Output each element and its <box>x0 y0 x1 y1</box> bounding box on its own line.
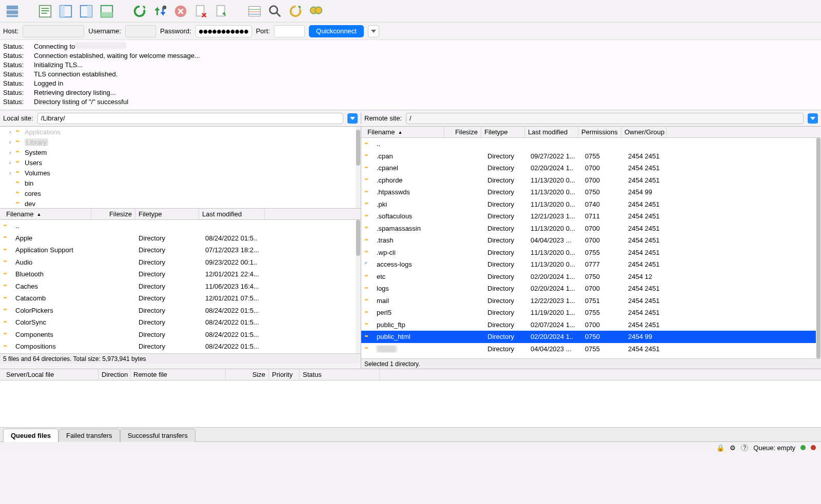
tree-item[interactable]: ›Users <box>0 157 361 168</box>
file-row[interactable]: CompositionsDirectory08/24/2022 01:5... <box>0 340 361 353</box>
col-filetype[interactable]: Filetype <box>135 209 199 219</box>
directory-listing-icon[interactable] <box>245 2 264 21</box>
file-row[interactable]: .. <box>0 220 361 232</box>
username-input[interactable] <box>125 25 156 37</box>
remote-columns: Filename▲ Filesize Filetype Last modifie… <box>361 127 821 138</box>
col-permissions[interactable]: Permissions <box>578 127 621 137</box>
lock-icon[interactable]: 🔒 <box>716 444 725 452</box>
file-row[interactable]: .pkiDirectory11/13/2020 0...07402454 245… <box>361 198 821 211</box>
toggle-queue-icon[interactable] <box>97 2 116 21</box>
col-modified[interactable]: Last modified <box>199 209 265 219</box>
col-filesize[interactable]: Filesize <box>91 209 135 219</box>
tree-item[interactable]: ›System <box>0 147 361 157</box>
process-queue-icon[interactable] <box>151 2 169 21</box>
local-site-input[interactable] <box>37 113 343 124</box>
refresh-icon[interactable] <box>130 2 149 21</box>
remote-file-list[interactable]: ...cpanDirectory09/27/2022 1...07552454 … <box>361 138 821 358</box>
file-row[interactable]: .cpanelDirectory02/20/2024 1..07002454 2… <box>361 162 821 174</box>
col-filesize[interactable]: Filesize <box>444 127 481 137</box>
col-owner[interactable]: Owner/Group <box>621 127 667 137</box>
compare-icon[interactable] <box>286 2 305 21</box>
transfer-queue[interactable] <box>0 380 821 428</box>
local-file-list[interactable]: ..AppleDirectory08/24/2022 01:5..Applica… <box>0 220 361 353</box>
port-input[interactable] <box>274 25 305 37</box>
tree-item[interactable]: ›Volumes <box>0 168 361 178</box>
col-filename[interactable]: Filename▲ <box>364 127 444 137</box>
tab-queued-files[interactable]: Queued files <box>3 429 58 442</box>
password-input[interactable] <box>196 25 252 37</box>
col-remote-file[interactable]: Remote file <box>130 369 226 380</box>
file-row[interactable]: mailDirectory12/22/2023 1...07512454 245… <box>361 295 821 307</box>
file-row[interactable]: access-logsDirectory11/13/2020 0...07772… <box>361 258 821 271</box>
quickconnect-button[interactable]: Quickconnect <box>309 25 364 37</box>
filter-icon[interactable] <box>266 2 284 21</box>
file-row[interactable]: .. <box>361 138 821 150</box>
remote-site-dropdown[interactable] <box>808 113 818 124</box>
site-manager-icon[interactable] <box>3 2 22 21</box>
tree-item[interactable]: ›Library <box>0 137 361 147</box>
file-row[interactable]: Application SupportDirectory07/12/2023 1… <box>0 244 361 256</box>
status-dot-green <box>800 445 806 450</box>
file-row[interactable]: ColorSyncDirectory08/24/2022 01:5... <box>0 316 361 329</box>
file-row[interactable]: ComponentsDirectory08/24/2022 01:5... <box>0 329 361 341</box>
remote-status: Selected 1 directory. <box>361 358 821 369</box>
file-row[interactable]: perl5Directory11/19/2020 1...07552454 24… <box>361 307 821 319</box>
toggle-local-tree-icon[interactable] <box>56 2 75 21</box>
file-row[interactable]: .softaculousDirectory12/21/2023 1...0711… <box>361 210 821 223</box>
help-icon[interactable]: ? <box>741 444 748 451</box>
file-row[interactable]: .htpasswdsDirectory11/13/2020 0...075024… <box>361 186 821 198</box>
col-priority[interactable]: Priority <box>269 369 300 380</box>
file-row[interactable]: logsDirectory02/20/2024 1...07002454 245… <box>361 283 821 295</box>
svg-rect-16 <box>217 5 225 16</box>
tree-item[interactable]: dev <box>0 198 361 209</box>
file-row[interactable]: AudioDirectory09/23/2022 00:1.. <box>0 256 361 269</box>
tree-item[interactable]: ›Applications <box>0 127 361 137</box>
col-server[interactable]: Server/Local file <box>3 369 99 380</box>
col-filetype[interactable]: Filetype <box>481 127 525 137</box>
file-row[interactable]: .spamassassinDirectory11/13/2020 0...070… <box>361 223 821 235</box>
sort-asc-icon: ▲ <box>398 130 402 135</box>
file-row[interactable]: CachesDirectory11/06/2023 16:4... <box>0 280 361 293</box>
toolbar <box>0 0 821 23</box>
file-row[interactable]: BluetoothDirectory12/01/2021 22:4... <box>0 268 361 280</box>
remote-site-input[interactable] <box>406 113 804 124</box>
disconnect-icon[interactable] <box>192 2 210 21</box>
svg-point-13 <box>163 5 167 9</box>
tab-failed-transfers[interactable]: Failed transfers <box>58 429 120 442</box>
local-tree[interactable]: ›Applications›Library›System›Users›Volum… <box>0 127 361 209</box>
file-row[interactable]: .trashDirectory04/04/2023 ...07002454 24… <box>361 234 821 247</box>
file-row[interactable]: .wp-cliDirectory11/13/2020 0...07552454 … <box>361 247 821 259</box>
col-modified[interactable]: Last modified <box>525 127 578 137</box>
host-input[interactable] <box>23 25 84 37</box>
col-size[interactable]: Size <box>226 369 269 380</box>
local-site-dropdown[interactable] <box>347 113 358 124</box>
file-row[interactable]: ColorPickersDirectory08/24/2022 01:5... <box>0 305 361 317</box>
file-row[interactable]: hiddenDirectory04/04/2023 ...07552454 24… <box>361 343 821 355</box>
settings-icon[interactable]: ⚙ <box>730 444 736 452</box>
scrollbar[interactable] <box>356 127 361 208</box>
status-bar: 🔒 ⚙ ? Queue: empty <box>0 442 821 453</box>
tab-successful-transfers[interactable]: Successful transfers <box>120 429 196 442</box>
toggle-log-icon[interactable] <box>36 2 54 21</box>
file-row[interactable]: CatacombDirectory12/01/2021 07:5... <box>0 292 361 305</box>
scrollbar[interactable] <box>356 220 361 353</box>
file-row[interactable]: public_ftpDirectory02/07/2024 1...070024… <box>361 319 821 331</box>
tree-item[interactable]: bin <box>0 178 361 188</box>
reconnect-icon[interactable] <box>212 2 231 21</box>
toggle-remote-tree-icon[interactable] <box>77 2 95 21</box>
file-row[interactable]: .cpanDirectory09/27/2022 1...07552454 24… <box>361 150 821 163</box>
transfer-columns: Server/Local file Direction Remote file … <box>0 369 821 380</box>
col-filename[interactable]: Filename▲ <box>3 209 91 219</box>
file-row[interactable]: AppleDirectory08/24/2022 01:5.. <box>0 232 361 245</box>
tree-item[interactable]: cores <box>0 188 361 198</box>
file-row[interactable]: public_htmlDirectory02/20/2024 1..075024… <box>361 331 821 343</box>
col-status[interactable]: Status <box>300 369 380 380</box>
quickconnect-history-dropdown[interactable] <box>368 25 379 37</box>
scrollbar[interactable] <box>816 138 821 358</box>
file-row[interactable]: etcDirectory02/20/2024 1...07502454 12 <box>361 271 821 283</box>
search-icon[interactable] <box>307 2 325 21</box>
local-status: 5 files and 64 directories. Total size: … <box>0 353 361 364</box>
cancel-icon[interactable] <box>171 2 190 21</box>
file-row[interactable]: .cphordeDirectory11/13/2020 0...07002454… <box>361 174 821 187</box>
col-direction[interactable]: Direction <box>99 369 130 380</box>
